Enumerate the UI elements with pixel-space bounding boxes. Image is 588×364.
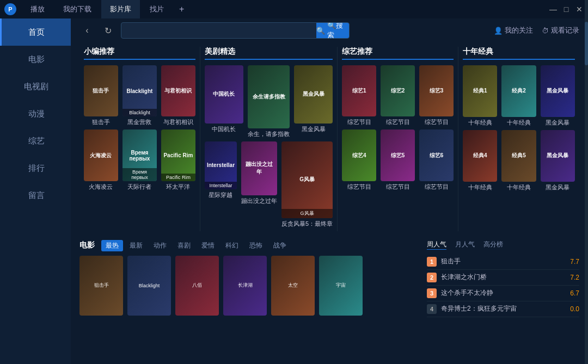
scroll-area[interactable]: 小编推荐 狙击手 狙击手 Blacklight Blacklight 黑金营救: [71, 42, 588, 364]
main-layout: 首页 电影 电视剧 动漫 综艺 排行 留言 ‹ ↻ 🔍 🔍搜索 👤 我的关注: [0, 18, 588, 364]
us-dramas-row2: Interstellar Interstellar 星际穿越 蹦出没之过年 蹦出…: [205, 141, 333, 228]
filter-tab-hot[interactable]: 最热: [101, 240, 123, 251]
filter-tab-scifi[interactable]: 科幻: [221, 240, 243, 251]
editor-pick-title: 小编推荐: [84, 47, 195, 60]
sidebar-item-movies[interactable]: 电影: [0, 46, 71, 73]
movie-title: 黑金风暴: [294, 125, 333, 133]
rank-number-4: 4: [427, 304, 437, 314]
sidebar-item-anime[interactable]: 动漫: [0, 100, 71, 127]
movie-card-v2[interactable]: 综艺2 综艺节目: [381, 65, 415, 126]
movie-card-ys[interactable]: 余生请多指教 余生，请多指教: [248, 65, 290, 138]
rank-title-2: 长津湖之水门桥: [441, 273, 566, 282]
movie-card-v1[interactable]: 综艺1 综艺节目: [342, 65, 376, 126]
tab-add-btn[interactable]: +: [174, 0, 189, 18]
ranking-tab-weekly[interactable]: 周人气: [427, 240, 446, 250]
sidebar-item-variety[interactable]: 综艺: [0, 127, 71, 155]
tab-download[interactable]: 我的下载: [54, 0, 100, 18]
small-poster-5[interactable]: 太空: [271, 256, 315, 316]
small-poster-1[interactable]: 狙击手: [79, 256, 123, 316]
sidebar-item-tvshows[interactable]: 电视剧: [0, 73, 71, 100]
classic-row1: 经典1 十年经典 经典2 十年经典 黑金风暴 黑金风暴: [463, 65, 575, 127]
tab-find[interactable]: 找片: [141, 0, 173, 18]
movie-title: 十年经典: [501, 119, 536, 127]
movie-card-c6[interactable]: 黑金风暴 黑金风暴: [541, 130, 575, 192]
movie-title: 十年经典: [463, 183, 497, 192]
title-bar-left: P 播放 我的下载 影片库 找片 +: [4, 0, 189, 18]
rank-score-4: 0.0: [570, 305, 579, 313]
rank-score-1: 7.7: [570, 258, 579, 266]
top-bar-right: 👤 我的关注 ⏱ 观看记录: [494, 26, 579, 35]
movie-card-tjxz[interactable]: Время первых Время первых 天际行者: [122, 129, 157, 190]
movie-card-c2[interactable]: 经典2 十年经典: [501, 65, 536, 127]
movie-card-zgzj[interactable]: 中国机长 中国机长: [205, 65, 243, 138]
movie-card-c5[interactable]: 经典5 十年经典: [501, 130, 536, 192]
small-poster-6[interactable]: 宇宙: [319, 256, 363, 316]
title-bar-right: — □ ✕: [549, 5, 584, 14]
sidebar-item-home[interactable]: 首页: [0, 18, 71, 46]
movie-card-blacklight[interactable]: Blacklight Blacklight 黑金营救: [122, 65, 157, 126]
refresh-btn[interactable]: ↻: [100, 23, 115, 38]
small-poster-4[interactable]: 长津湖: [223, 256, 267, 316]
movie-card-hjfb[interactable]: 黑金风暴 黑金风暴: [294, 65, 333, 138]
filter-tab-horror[interactable]: 恐怖: [245, 240, 267, 251]
my-follow-link[interactable]: 👤 我的关注: [494, 26, 533, 35]
movie-overlay: Время первых: [122, 168, 157, 181]
filter-tab-action[interactable]: 动作: [149, 240, 171, 251]
section-editor-pick: 小编推荐 狙击手 狙击手 Blacklight Blacklight 黑金营救: [79, 47, 200, 231]
movie-card-yjcxs[interactable]: 与君初相识 与君初相识: [161, 65, 195, 126]
close-btn[interactable]: ✕: [575, 5, 584, 14]
search-input[interactable]: [121, 27, 316, 35]
filter-tab-comedy[interactable]: 喜剧: [173, 240, 195, 251]
movie-card-c4[interactable]: 经典4 十年经典: [463, 130, 497, 192]
movie-card-bdmzgy[interactable]: 蹦出没之过年 蹦出没之过年: [241, 141, 277, 228]
back-btn[interactable]: ‹: [79, 23, 95, 38]
sidebar-item-ranking[interactable]: 排行: [0, 155, 71, 182]
movie-card-c3[interactable]: 黑金风暴 黑金风暴: [541, 65, 575, 127]
movie-title: 天际行者: [122, 183, 157, 191]
movie-card-v6[interactable]: 综艺6 综艺节目: [419, 129, 454, 190]
filter-tab-romance[interactable]: 爱情: [197, 240, 219, 251]
movie-title: 余生，请多指教: [248, 130, 290, 138]
movies-tabs-row: 电影 最热 最新 动作 喜剧 爱情 科幻 恐怖 战争: [79, 240, 421, 251]
movie-card-c1[interactable]: 经典1 十年经典: [463, 65, 497, 127]
movie-card-v4[interactable]: 综艺4 综艺节目: [342, 129, 376, 190]
search-icon: 🔍: [316, 27, 325, 35]
tab-library[interactable]: 影片库: [101, 0, 140, 18]
section-variety: 综艺推荐 综艺1 综艺节目 综艺2 综艺节目 综艺3 综艺节目: [338, 47, 458, 231]
filter-tab-new[interactable]: 最新: [125, 240, 147, 251]
watch-history-link[interactable]: ⏱ 观看记录: [542, 26, 579, 35]
movie-title: 十年经典: [501, 183, 536, 192]
movie-overlay: Pacific Rim: [161, 174, 195, 181]
movie-title: 综艺节目: [381, 118, 415, 126]
movie-card-htpy[interactable]: Pacific Rim Pacific Rim 环太平洋: [161, 129, 195, 190]
rank-title-1: 狙击手: [441, 257, 566, 266]
ranking-tab-monthly[interactable]: 月人气: [455, 240, 475, 250]
rank-title-3: 这个杀手不太冷静: [441, 288, 566, 298]
search-button[interactable]: 🔍 🔍搜索: [316, 22, 349, 39]
us-dramas-row1: 中国机长 中国机长 余生请多指教 余生，请多指教 黑金风暴 黑金风暴: [205, 65, 333, 138]
maximize-btn[interactable]: □: [562, 5, 571, 14]
movie-title: 狙击手: [84, 118, 118, 126]
filter-tab-war[interactable]: 战争: [269, 240, 291, 251]
movie-card-v5[interactable]: 综艺5 综艺节目: [381, 129, 415, 190]
ranking-tab-toprated[interactable]: 高分榜: [483, 240, 503, 250]
small-poster-2[interactable]: Blacklight: [127, 256, 171, 316]
movie-title: 综艺节目: [342, 183, 376, 191]
movie-card-zjs[interactable]: 狙击手 狙击手: [84, 65, 118, 126]
minimize-btn[interactable]: —: [549, 5, 558, 14]
movie-title: 黑金风暴: [541, 119, 575, 127]
sidebar-item-comment[interactable]: 留言: [0, 182, 71, 209]
movie-card-hhlY[interactable]: 火海凌云 火海凌云: [84, 129, 118, 190]
small-poster-3[interactable]: 八佰: [175, 256, 219, 316]
tab-play[interactable]: 播放: [22, 0, 53, 18]
movie-card-ftfb5[interactable]: G风暴 G风暴 反贪风暴5：最终章: [281, 141, 333, 228]
movie-card-v3[interactable]: 综艺3 综艺节目: [419, 65, 454, 126]
movie-title: 综艺节目: [419, 118, 454, 126]
scrollbar-thumb[interactable]: [585, 22, 588, 65]
movie-card-xjcy[interactable]: Interstellar Interstellar 星际穿越: [205, 141, 237, 228]
variety-title: 综艺推荐: [342, 47, 454, 60]
movie-title: 综艺节目: [381, 183, 415, 191]
ranking-item-3: 3 这个杀手不太冷静 6.7: [427, 286, 579, 301]
user-icon: 👤: [494, 27, 503, 35]
ranking-right: 周人气 月人气 高分榜 1 狙击手 7.7 2 长津湖之水门桥 7.2: [427, 240, 579, 317]
